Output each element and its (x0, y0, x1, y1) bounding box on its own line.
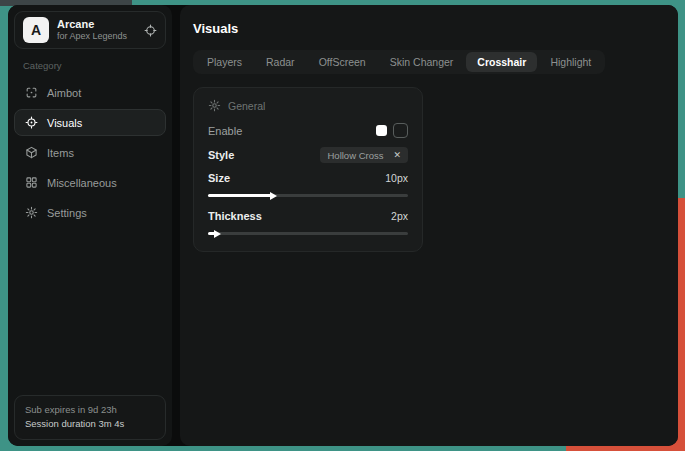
card-header: General (208, 99, 408, 112)
slider-thumb[interactable] (270, 192, 277, 200)
sidebar-item-label: Items (47, 147, 74, 159)
sidebar: A Arcane for Apex Legends Category Aimbo… (8, 5, 172, 446)
settings-icon (25, 206, 38, 219)
slider-thumb[interactable] (214, 230, 221, 238)
app-logo: A (23, 17, 49, 43)
enable-checkbox[interactable] (393, 123, 408, 138)
tab-radar[interactable]: Radar (255, 52, 306, 72)
sidebar-item-miscellaneous[interactable]: Miscellaneous (14, 169, 166, 196)
visuals-icon (25, 116, 38, 129)
thickness-slider[interactable] (208, 229, 408, 238)
tab-skin-changer[interactable]: Skin Changer (379, 52, 465, 72)
sidebar-item-label: Settings (47, 207, 87, 219)
enable-label: Enable (208, 125, 242, 137)
size-row: Size 10px (208, 172, 408, 200)
cheat-menu-window: A Arcane for Apex Legends Category Aimbo… (8, 5, 678, 446)
session-duration-text: Session duration 3m 4s (25, 417, 155, 432)
sidebar-nav: AimbotVisualsItemsMiscellaneousSettings (14, 79, 166, 226)
sidebar-item-label: Miscellaneous (47, 177, 117, 189)
sidebar-item-settings[interactable]: Settings (14, 199, 166, 226)
items-icon (25, 146, 38, 159)
thickness-value: 2px (391, 210, 408, 222)
desktop-background: A Arcane for Apex Legends Category Aimbo… (0, 0, 685, 451)
style-select[interactable]: Hollow Cross ✕ (320, 147, 408, 163)
app-subtitle: for Apex Legends (57, 31, 127, 42)
style-label: Style (208, 149, 234, 161)
thickness-row: Thickness 2px (208, 210, 408, 238)
main-panel: Visuals PlayersRadarOffScreenSkin Change… (180, 5, 678, 446)
app-logo-letter: A (31, 22, 41, 38)
category-label: Category (23, 60, 157, 71)
general-icon (208, 99, 221, 112)
enable-row: Enable (208, 123, 408, 138)
sidebar-item-visuals[interactable]: Visuals (14, 109, 166, 136)
tab-bar: PlayersRadarOffScreenSkin ChangerCrossha… (193, 50, 605, 74)
size-label: Size (208, 172, 230, 184)
tab-crosshair[interactable]: Crosshair (466, 52, 537, 72)
slider-fill (208, 194, 272, 197)
tab-highlight[interactable]: Highlight (539, 52, 602, 72)
target-icon[interactable] (144, 24, 157, 37)
size-value: 10px (385, 172, 408, 184)
color-swatch[interactable] (376, 125, 387, 136)
close-icon[interactable]: ✕ (393, 151, 401, 160)
general-card: General Enable Style Hollow Cross ✕ (193, 87, 423, 252)
brand-text: Arcane for Apex Legends (57, 18, 127, 43)
sidebar-item-aimbot[interactable]: Aimbot (14, 79, 166, 106)
app-name: Arcane (57, 18, 127, 32)
tab-offscreen[interactable]: OffScreen (308, 52, 377, 72)
page-title: Visuals (193, 21, 665, 36)
misc-icon (25, 176, 38, 189)
sidebar-item-label: Aimbot (47, 87, 81, 99)
size-slider[interactable] (208, 191, 408, 200)
subscription-status-box: Sub expires in 9d 23h Session duration 3… (14, 395, 166, 440)
slider-track (208, 232, 408, 235)
card-title: General (228, 100, 265, 112)
aimbot-icon (25, 86, 38, 99)
style-value: Hollow Cross (327, 150, 383, 161)
sidebar-item-label: Visuals (47, 117, 82, 129)
sidebar-item-items[interactable]: Items (14, 139, 166, 166)
brand-card: A Arcane for Apex Legends (14, 11, 166, 49)
sub-expires-text: Sub expires in 9d 23h (25, 403, 155, 418)
style-row: Style Hollow Cross ✕ (208, 147, 408, 163)
tab-players[interactable]: Players (196, 52, 253, 72)
enable-controls (376, 123, 408, 138)
thickness-label: Thickness (208, 210, 262, 222)
